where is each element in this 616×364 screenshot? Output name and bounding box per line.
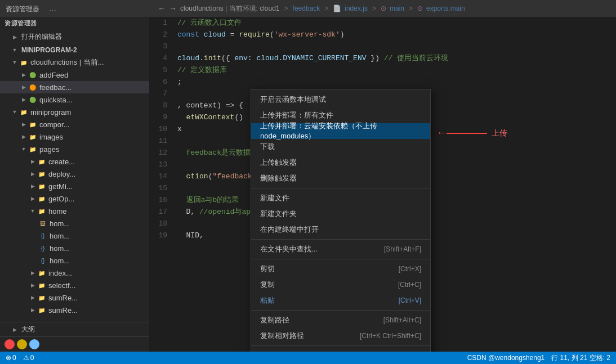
ctx-item-debug[interactable]: 开启云函数本地调试	[251, 92, 430, 107]
sumre1-chevron: ▶	[29, 295, 36, 300]
sidebar-item-home4[interactable]: {} hom...	[0, 254, 149, 267]
images-icon: 📁	[28, 132, 37, 141]
sidebar-item-home3[interactable]: {} hom...	[0, 242, 149, 254]
sumre1-icon: 📁	[37, 293, 46, 302]
addfeed-icon: 🟢	[28, 70, 37, 79]
ctx-copy-relative-shortcut: [Ctrl+K Ctrl+Shift+C]	[360, 332, 421, 340]
error-count: ⊗ 0	[6, 354, 16, 362]
quickstart-icon: 🟢	[28, 95, 37, 104]
sidebar-item-feedback[interactable]: ▶ 🟠 feedbac...	[0, 81, 149, 93]
ctx-new-file-label: 新建文件	[260, 193, 289, 203]
sidebar-item-quickstart[interactable]: ▶ 🟢 quicksta...	[0, 93, 149, 106]
home-icon: 📁	[37, 206, 46, 215]
sidebar-item-getmi[interactable]: ▶ 📁 getMi...	[0, 180, 149, 192]
ctx-new-folder-label: 新建文件夹	[260, 209, 297, 219]
feedback-chevron: ▶	[20, 84, 27, 90]
ctx-paste-label: 粘贴	[260, 295, 275, 305]
sidebar-item-home1[interactable]: 🖼 hom...	[0, 217, 149, 230]
sidebar-item-selectf[interactable]: ▶ 📁 selectf...	[0, 279, 149, 291]
miniprogram-chevron: ▼	[11, 109, 18, 115]
sidebar-item-images[interactable]: ▶ 📁 images	[0, 131, 149, 143]
ellipsis-button[interactable]: ...	[49, 3, 56, 13]
ctx-upload-nodep-label: 上传并部署：云端安装依赖（不上传 node_modules）	[260, 121, 421, 141]
sidebar-item-addfeed[interactable]: ▶ 🟢 addFeed	[0, 69, 149, 81]
feedback-icon: 🟠	[28, 83, 37, 92]
code-line-4: cloud.init({ env: cloud.DYNAMIC_CURRENT_…	[177, 52, 616, 64]
status-bar-left: ⊗ 0 ⚠ 0	[6, 354, 34, 362]
ctx-sep-1	[251, 188, 430, 188]
outline-section[interactable]: ▶ 大纲	[0, 322, 149, 336]
watermark: CSDN @wendongsheng1	[467, 354, 545, 362]
nav-back-button[interactable]: ←	[158, 4, 166, 13]
outline-chevron: ▶	[11, 327, 18, 332]
ctx-item-find-in-folder[interactable]: 在文件夹中查找... [Shift+Alt+F]	[251, 241, 430, 257]
ctx-item-download[interactable]: 下载	[251, 139, 430, 155]
sidebar-item-deploy[interactable]: ▶ 📁 deploy...	[0, 168, 149, 180]
breadcrumb-icon-exports: ⊙	[417, 5, 423, 12]
warn-indicator	[17, 339, 27, 349]
ctx-item-upload-nodep[interactable]: 上传并部署：云端安装依赖（不上传 node_modules）	[251, 123, 430, 139]
sidebar-item-index[interactable]: ▶ 📁 index...	[0, 267, 149, 279]
ctx-sep-4	[251, 310, 430, 311]
project-section[interactable]: ▼ MINIPROGRAM-2	[0, 44, 149, 56]
ctx-sep-3	[251, 259, 430, 259]
breadcrumb-icon-js: 📄	[333, 5, 341, 12]
open-editors-label: 打开的编辑器	[21, 32, 62, 42]
home-chevron: ▼	[29, 208, 36, 214]
breadcrumb-indexjs[interactable]: index.js	[345, 5, 368, 12]
pages-icon: 📁	[28, 145, 37, 154]
sumre2-icon: 📁	[37, 305, 46, 314]
ctx-item-upload-trigger[interactable]: 上传触发器	[251, 155, 430, 170]
pages-label: pages	[39, 145, 59, 154]
sidebar-item-updat1[interactable]: ▶ 📁 updat...	[0, 316, 149, 320]
sidebar-header: 资源管理器	[0, 17, 149, 30]
ctx-item-new-folder[interactable]: 新建文件夹	[251, 206, 430, 222]
breadcrumb-cloudfunctions[interactable]: cloudfunctions | 当前环境: cloud1	[180, 4, 280, 14]
home1-icon: 🖼	[38, 219, 47, 228]
sidebar-item-sumre2[interactable]: ▶ 📁 sumRe...	[0, 304, 149, 316]
ctx-upload-trigger-label: 上传触发器	[260, 158, 297, 168]
breadcrumb-nav: ← → cloudfunctions | 当前环境: cloud1 > feed…	[158, 4, 610, 14]
breadcrumb-main[interactable]: main	[390, 5, 404, 12]
sidebar-item-home2[interactable]: {} hom...	[0, 230, 149, 242]
cursor-position: 行 11, 列 21 空格: 2	[551, 353, 610, 363]
ctx-item-new-file[interactable]: 新建文件	[251, 190, 430, 206]
home3-icon: {}	[38, 244, 47, 253]
sidebar-item-miniprogram[interactable]: ▼ 📁 miniprogram	[0, 106, 149, 118]
sidebar-item-home[interactable]: ▼ 📁 home	[0, 205, 149, 217]
sidebar-item-create[interactable]: ▶ 📁 create...	[0, 155, 149, 168]
miniprogram-label: miniprogram	[30, 108, 71, 116]
ctx-item-delete-trigger[interactable]: 删除触发器	[251, 170, 430, 186]
error-icon: ⊗	[6, 354, 11, 362]
ctx-open-terminal-label: 在内建终端中打开	[260, 224, 319, 235]
ctx-item-copy[interactable]: 复制 [Ctrl+C]	[251, 277, 430, 293]
ctx-item-copy-relative[interactable]: 复制相对路径 [Ctrl+K Ctrl+Shift+C]	[251, 328, 430, 344]
sidebar-item-components[interactable]: ▶ 📁 compor...	[0, 118, 149, 131]
main-layout: 资源管理器 ▶ 打开的编辑器 ▼ MINIPROGRAM-2 ▼ 📁 cloud…	[0, 17, 616, 352]
ctx-item-open-terminal[interactable]: 在内建终端中打开	[251, 222, 430, 237]
getmi-chevron: ▶	[29, 183, 36, 189]
ctx-find-label: 在文件夹中查找...	[260, 244, 318, 254]
ctx-item-paste[interactable]: 粘贴 [Ctrl+V]	[251, 293, 430, 308]
open-editors-section[interactable]: ▶ 打开的编辑器	[0, 30, 149, 44]
ctx-paste-shortcut: [Ctrl+V]	[399, 296, 421, 304]
ctx-debug-label: 开启云函数本地调试	[260, 95, 326, 105]
nav-forward-button[interactable]: →	[169, 4, 177, 13]
sidebar-item-cloudfunctions[interactable]: ▼ 📁 cloudfunctions | 当前...	[0, 56, 149, 69]
ctx-item-cut[interactable]: 剪切 [Ctrl+X]	[251, 261, 430, 277]
editor-area: 1 2 3 4 5 6 7 8 9 10 11 12 13 14 15 16 1…	[149, 17, 616, 352]
index-icon: 📁	[37, 268, 46, 277]
getop-label: getOp...	[48, 195, 74, 203]
home-label: home	[48, 207, 67, 215]
breadcrumb-exports-main[interactable]: exports.main	[426, 5, 465, 12]
breadcrumb-feedback[interactable]: feedback	[293, 5, 320, 12]
cloud-label: cloudfunctions | 当前...	[30, 57, 104, 68]
ctx-item-copy-path[interactable]: 复制路径 [Shift+Alt+C]	[251, 312, 430, 328]
sidebar-item-pages[interactable]: ▼ 📁 pages	[0, 143, 149, 155]
ctx-item-rename[interactable]: 重命名 [F2]	[251, 348, 430, 352]
breadcrumb-sep-2: >	[324, 5, 328, 12]
images-chevron: ▶	[20, 134, 27, 140]
sidebar-item-getop[interactable]: ▶ 📁 getOp...	[0, 192, 149, 205]
sidebar-item-sumre1[interactable]: ▶ 📁 sumRe...	[0, 291, 149, 304]
ctx-upload-all-label: 上传并部署：所有文件	[260, 110, 333, 120]
